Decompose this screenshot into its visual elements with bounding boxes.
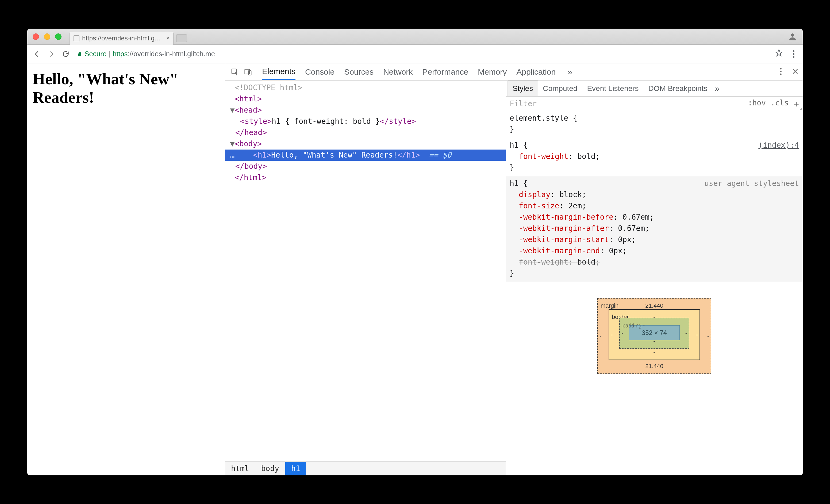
window-close-button[interactable] xyxy=(33,33,39,40)
devices-icon xyxy=(244,68,252,76)
devtools-menu-button[interactable] xyxy=(777,68,785,76)
chrome-menu-button[interactable] xyxy=(788,50,799,58)
secure-badge: Secure xyxy=(77,50,106,58)
styles-tabs: Styles Computed Event Listeners DOM Brea… xyxy=(506,81,803,97)
tree-head-close[interactable]: </head> xyxy=(225,127,506,138)
tree-html-open[interactable]: <html> xyxy=(225,93,506,104)
border-right-value: - xyxy=(696,329,698,340)
tab-computed[interactable]: Computed xyxy=(538,81,582,96)
tab-bar: https://overrides-in-html.glitch × xyxy=(27,29,803,45)
svg-point-7 xyxy=(780,68,781,69)
tab-network[interactable]: Network xyxy=(383,63,413,80)
styles-pane: Styles Computed Event Listeners DOM Brea… xyxy=(506,81,803,475)
url-text: https://overrides-in-html.glitch.me xyxy=(113,50,215,58)
window-controls xyxy=(33,33,62,40)
padding-bottom-value: - xyxy=(653,336,655,347)
rule-element-style[interactable]: element.style { } xyxy=(506,111,803,138)
svg-rect-6 xyxy=(248,71,251,75)
content-area: Hello, "What's New" Readers! Elements Co… xyxy=(27,63,803,475)
styles-filter-row: Filter :hov .cls + xyxy=(506,97,803,111)
device-toolbar-button[interactable] xyxy=(242,66,254,78)
margin-right-value: - xyxy=(707,330,709,342)
boxmodel-margin[interactable]: margin 21.440 21.440 - - border - - - xyxy=(597,298,711,374)
svg-point-3 xyxy=(793,56,794,58)
border-left-value: - xyxy=(611,329,613,340)
svg-point-2 xyxy=(793,53,794,55)
tree-body-close[interactable]: </body> xyxy=(225,161,506,172)
svg-point-9 xyxy=(780,73,781,75)
tab-event-listeners[interactable]: Event Listeners xyxy=(582,81,643,96)
crumb-h1[interactable]: h1 xyxy=(285,462,307,475)
forward-button[interactable] xyxy=(45,48,57,60)
styles-filter-actions: :hov .cls + xyxy=(748,98,803,109)
margin-bottom-value: 21.440 xyxy=(645,360,663,372)
devtools-right-controls xyxy=(777,68,799,76)
reload-icon xyxy=(62,50,69,58)
address-bar: Secure | https://overrides-in-html.glitc… xyxy=(27,45,803,63)
window-min-button[interactable] xyxy=(44,33,50,40)
devtools-toolbar: Elements Console Sources Network Perform… xyxy=(225,63,803,81)
styles-tabs-overflow[interactable]: » xyxy=(712,84,722,93)
breadcrumb: html body h1 xyxy=(225,462,506,475)
tree-body-open[interactable]: ▼<body> xyxy=(225,138,506,150)
tab-performance[interactable]: Performance xyxy=(422,63,468,80)
browser-tab[interactable]: https://overrides-in-html.glitch × xyxy=(69,32,173,45)
rule-h1-ua[interactable]: user agent stylesheet h1 { display: bloc… xyxy=(506,176,803,282)
padding-label: padding - xyxy=(622,320,645,331)
box-model-diagram: margin 21.440 21.440 - - border - - - xyxy=(506,282,803,385)
back-button[interactable] xyxy=(31,48,43,60)
tab-styles[interactable]: Styles xyxy=(508,81,538,96)
tab-elements[interactable]: Elements xyxy=(262,63,295,80)
tab-dom-breakpoints[interactable]: DOM Breakpoints xyxy=(643,81,712,96)
boxmodel-border[interactable]: border - - - - padding - - - xyxy=(609,309,700,360)
page-viewport: Hello, "What's New" Readers! xyxy=(27,63,225,475)
file-icon xyxy=(73,35,79,41)
styles-filter-input[interactable]: Filter xyxy=(506,99,748,108)
styles-rule-list: element.style { } (index):4 h1 { font-we… xyxy=(506,111,803,475)
page-heading: Hello, "What's New" Readers! xyxy=(33,70,220,107)
elements-tree-pane: <!DOCTYPE html> <html> ▼<head> <style>h1… xyxy=(225,81,506,475)
crumb-body[interactable]: body xyxy=(255,462,285,475)
margin-left-value: - xyxy=(600,330,601,342)
url-box[interactable]: Secure | https://overrides-in-html.glitc… xyxy=(74,48,786,61)
kebab-icon xyxy=(793,50,795,58)
tab-memory[interactable]: Memory xyxy=(478,63,507,80)
url-separator: | xyxy=(108,50,110,58)
crumb-html[interactable]: html xyxy=(225,462,255,475)
padding-left-value: - xyxy=(621,328,623,339)
devtools-close-button[interactable] xyxy=(792,68,799,76)
resizer-icon[interactable] xyxy=(800,107,802,110)
new-tab-button[interactable] xyxy=(176,34,187,42)
tree-doctype[interactable]: <!DOCTYPE html> xyxy=(225,82,506,93)
profile-icon[interactable] xyxy=(788,32,797,41)
inspect-element-button[interactable] xyxy=(229,66,241,78)
lock-icon xyxy=(77,51,82,57)
new-style-rule-button[interactable]: + xyxy=(794,98,799,109)
reload-button[interactable] xyxy=(60,48,72,60)
elements-tree[interactable]: <!DOCTYPE html> <html> ▼<head> <style>h1… xyxy=(225,81,506,462)
hov-toggle[interactable]: :hov xyxy=(748,98,766,109)
kebab-icon xyxy=(777,68,785,75)
tab-close-icon[interactable]: × xyxy=(166,35,169,42)
tabs-overflow-button[interactable]: » xyxy=(565,67,575,77)
rule-h1-author[interactable]: (index):4 h1 { font-weight: bold; } xyxy=(506,138,803,176)
tree-style-line[interactable]: <style>h1 { font-weight: bold }</style> xyxy=(225,116,506,127)
svg-point-8 xyxy=(780,71,781,72)
secure-label: Secure xyxy=(85,50,106,58)
cls-toggle[interactable]: .cls xyxy=(771,98,789,109)
boxmodel-padding[interactable]: padding - - - - 352 × 74 xyxy=(619,318,689,349)
devtools-tabs: Elements Console Sources Network Perform… xyxy=(262,63,575,80)
tab-console[interactable]: Console xyxy=(305,63,334,80)
rule-origin-link[interactable]: (index):4 xyxy=(758,139,799,151)
tree-head-open[interactable]: ▼<head> xyxy=(225,104,506,116)
tab-sources[interactable]: Sources xyxy=(344,63,374,80)
window-max-button[interactable] xyxy=(55,33,62,40)
padding-right-value: - xyxy=(685,328,687,339)
tab-application[interactable]: Application xyxy=(516,63,556,80)
pointer-icon xyxy=(231,68,239,76)
browser-window: https://overrides-in-html.glitch × Secur… xyxy=(27,29,803,475)
tree-html-close[interactable]: </html> xyxy=(225,172,506,183)
bookmark-button[interactable] xyxy=(775,49,783,59)
selection-gutter: … xyxy=(225,150,240,161)
tree-selected-h1[interactable]: … <h1>Hello, "What's New" Readers!</h1> … xyxy=(225,150,506,161)
